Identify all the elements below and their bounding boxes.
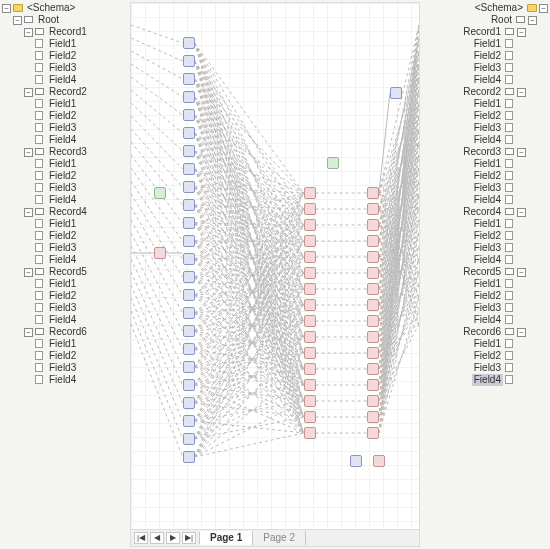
field-node-5-2[interactable]: Field2 [2,290,114,302]
functoid-col3-8[interactable] [367,315,379,327]
functoid-col2-5[interactable] [304,267,316,279]
expander-icon[interactable]: − [24,88,33,97]
source-schema-tree[interactable]: −<Schema>−Root−Record1Field1Field2Field3… [2,2,114,386]
field-node-5-4[interactable]: Field4 [2,314,114,326]
field-node-3-3[interactable]: Field3 [2,182,114,194]
functoid-col2-9[interactable] [304,331,316,343]
record-node-1[interactable]: Record1− [436,26,548,38]
functoid-col3-15[interactable] [367,427,379,439]
nav-first[interactable]: |◀ [134,532,148,544]
field-node-2-3[interactable]: Field3 [2,122,114,134]
field-node-2-1[interactable]: Field1 [2,98,114,110]
functoid-col1-13[interactable] [183,271,195,283]
functoid-col3-5[interactable] [367,267,379,279]
expander-icon[interactable]: − [517,268,526,277]
field-node-5-1[interactable]: Field1 [436,278,548,290]
field-node-4-2[interactable]: Field2 [436,230,548,242]
field-node-6-1[interactable]: Field1 [436,338,548,350]
record-node-3[interactable]: Record3− [436,146,548,158]
field-node-2-4[interactable]: Field4 [436,134,548,146]
functoid-col1-21[interactable] [183,415,195,427]
expander-icon[interactable]: − [24,28,33,37]
functoid-col1-18[interactable] [183,361,195,373]
functoid-col2-4[interactable] [304,251,316,263]
field-node-4-3[interactable]: Field3 [2,242,114,254]
expander-icon[interactable]: − [2,4,11,13]
field-node-5-4[interactable]: Field4 [436,314,548,326]
functoid-col1-12[interactable] [183,253,195,265]
functoid-col1-15[interactable] [183,307,195,319]
field-node-5-3[interactable]: Field3 [2,302,114,314]
schema-node[interactable]: <Schema>− [436,2,548,14]
functoid-col1-9[interactable] [183,199,195,211]
functoid-col1-5[interactable] [183,127,195,139]
field-node-2-2[interactable]: Field2 [2,110,114,122]
functoid-col2-14[interactable] [304,411,316,423]
record-node-3[interactable]: −Record3 [2,146,114,158]
field-node-3-1[interactable]: Field1 [2,158,114,170]
functoid-col1-0[interactable] [183,37,195,49]
field-node-4-1[interactable]: Field1 [2,218,114,230]
field-node-2-3[interactable]: Field3 [436,122,548,134]
functoid-col3-3[interactable] [367,235,379,247]
record-node-5[interactable]: −Record5 [2,266,114,278]
expander-icon[interactable]: − [24,208,33,217]
field-node-6-3[interactable]: Field3 [436,362,548,374]
field-node-3-3[interactable]: Field3 [436,182,548,194]
field-node-5-2[interactable]: Field2 [436,290,548,302]
record-node-2[interactable]: Record2− [436,86,548,98]
functoid-col2-8[interactable] [304,315,316,327]
field-node-2-2[interactable]: Field2 [436,110,548,122]
functoid-green-2[interactable] [327,157,339,169]
field-node-4-4[interactable]: Field4 [2,254,114,266]
record-node-5[interactable]: Record5− [436,266,548,278]
functoid-col1-16[interactable] [183,325,195,337]
field-node-6-2[interactable]: Field2 [2,350,114,362]
functoid-col1-11[interactable] [183,235,195,247]
functoid-col2-0[interactable] [304,187,316,199]
functoid-col3-11[interactable] [367,363,379,375]
expander-icon[interactable]: − [517,88,526,97]
functoid-col3-7[interactable] [367,299,379,311]
field-node-6-4[interactable]: Field4 [2,374,114,386]
root-node[interactable]: Root− [436,14,548,26]
functoid-pink-left[interactable] [154,247,166,259]
field-node-2-4[interactable]: Field4 [2,134,114,146]
nav-prev[interactable]: ◀ [150,532,164,544]
functoid-col1-2[interactable] [183,73,195,85]
functoid-col3-2[interactable] [367,219,379,231]
field-node-1-4[interactable]: Field4 [436,74,548,86]
functoid-blue-right[interactable] [390,87,402,99]
field-node-4-4[interactable]: Field4 [436,254,548,266]
field-node-1-1[interactable]: Field1 [436,38,548,50]
functoid-col2-2[interactable] [304,219,316,231]
field-node-1-1[interactable]: Field1 [2,38,114,50]
expander-icon[interactable]: − [517,28,526,37]
field-node-6-4[interactable]: Field4 [436,374,548,386]
functoid-green-1[interactable] [154,187,166,199]
functoid-col3-14[interactable] [367,411,379,423]
functoid-col1-14[interactable] [183,289,195,301]
field-node-6-2[interactable]: Field2 [436,350,548,362]
functoid-col1-10[interactable] [183,217,195,229]
field-node-1-3[interactable]: Field3 [2,62,114,74]
field-node-6-1[interactable]: Field1 [2,338,114,350]
functoid-col2-7[interactable] [304,299,316,311]
page-tab-1[interactable]: Page 1 [200,531,253,545]
functoid-col1-7[interactable] [183,163,195,175]
functoid-col2-6[interactable] [304,283,316,295]
field-node-3-4[interactable]: Field4 [436,194,548,206]
functoid-col2-10[interactable] [304,347,316,359]
functoid-col2-1[interactable] [304,203,316,215]
expander-icon[interactable]: − [24,328,33,337]
field-node-3-4[interactable]: Field4 [2,194,114,206]
functoid-col3-4[interactable] [367,251,379,263]
record-node-2[interactable]: −Record2 [2,86,114,98]
functoid-col2-15[interactable] [304,427,316,439]
field-node-2-1[interactable]: Field1 [436,98,548,110]
field-node-1-2[interactable]: Field2 [2,50,114,62]
functoid-col1-17[interactable] [183,343,195,355]
record-node-1[interactable]: −Record1 [2,26,114,38]
expander-icon[interactable]: − [517,148,526,157]
functoid-col2-11[interactable] [304,363,316,375]
